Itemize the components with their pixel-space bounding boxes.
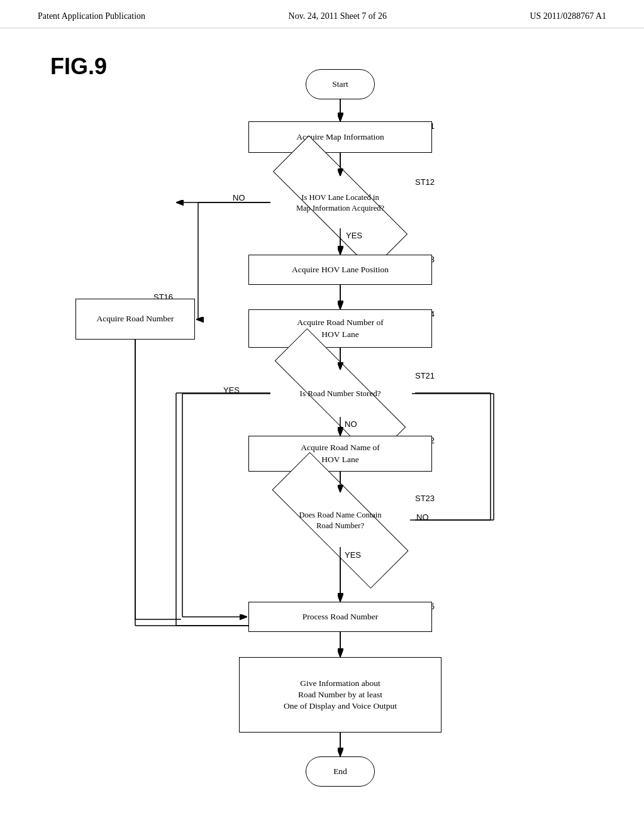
st22-node: Acquire Road Name of HOV Lane [248,436,432,472]
st23-no-label: NO [416,512,429,522]
st17-node: Give Information about Road Number by at… [239,657,441,733]
st12-diamond-wrapper: Is HOV Lane Located in Map Information A… [270,177,410,228]
page-header: Patent Application Publication Nov. 24, … [0,0,644,28]
st12-yes-label: YES [346,231,362,240]
end-node: End [306,756,375,787]
start-node: Start [306,69,375,99]
st21-label: ST21 [415,371,435,380]
st21-yes-label: YES [223,385,240,395]
header-right: US 2011/0288767 A1 [530,11,606,21]
st12-no-label: NO [233,193,245,202]
header-middle: Nov. 24, 2011 Sheet 7 of 26 [289,11,387,21]
st12-label: ST12 [415,177,435,187]
st15-node: Process Road Number [248,602,432,632]
st23-yes-label: YES [345,550,361,560]
st23-label: ST23 [415,494,435,503]
st21-diamond-wrapper: Is Road Number Stored? [270,371,410,417]
st14-node: Acquire Road Number of HOV Lane [248,309,432,348]
figure-label: FIG.9 [50,53,107,80]
st21-no-label: NO [345,419,357,429]
st11-node: Acquire Map Information [248,121,432,153]
header-left: Patent Application Publication [38,11,145,21]
st16-node: Acquire Road Number [75,299,195,340]
st23-diamond-wrapper: Does Road Name Contain Road Number? [270,494,410,547]
st13-node: Acquire HOV Lane Position [248,255,432,285]
diagram-container: FIG.9 [0,28,644,802]
